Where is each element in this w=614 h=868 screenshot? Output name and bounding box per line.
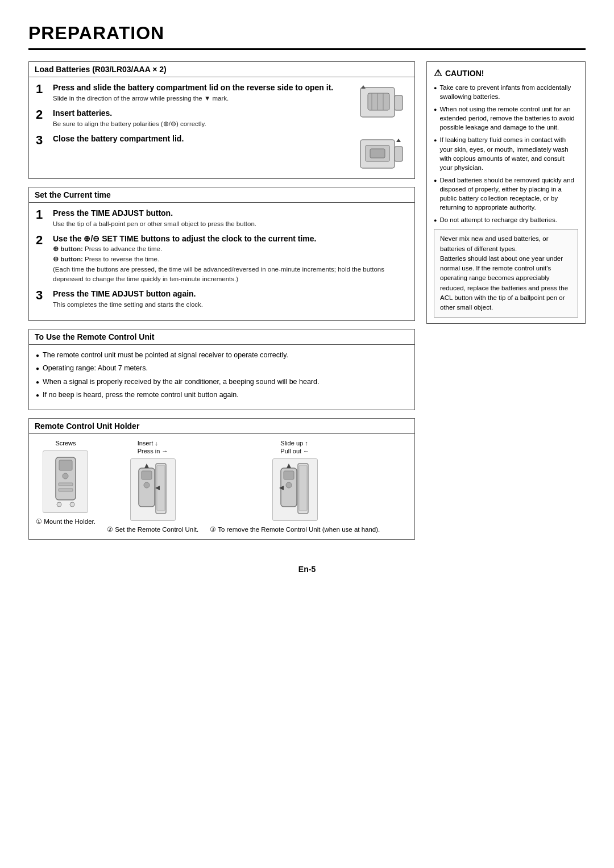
caution-items-list: Take care to prevent infants from accide… <box>434 83 578 224</box>
holder-step-2-label: ② Set the Remote Control Unit. <box>107 525 198 533</box>
set-time-step-2-body: Use the ⊕/⊖ SET TIME buttons to adjust t… <box>53 234 408 283</box>
set-time-step-1: 1 Press the TIME ADJUST button. Use the … <box>36 208 408 228</box>
use-remote-header: To Use the Remote Control Unit <box>29 329 414 345</box>
svg-marker-6 <box>361 85 366 89</box>
caution-label: CAUTION! <box>445 69 484 78</box>
use-remote-bullets: The remote control unit must be pointed … <box>36 350 408 400</box>
svg-point-14 <box>63 473 68 479</box>
svg-rect-8 <box>395 147 403 161</box>
svg-point-30 <box>286 482 292 488</box>
set-time-step-3-num: 3 <box>36 289 48 302</box>
screws-label: Screws <box>55 440 76 446</box>
load-batteries-step-2: 2 Insert batteries. Be sure to align the… <box>36 108 352 128</box>
holder-img-1 <box>43 450 88 513</box>
battery-note-box: Never mix new and used batteries, or bat… <box>434 229 578 318</box>
svg-rect-22 <box>142 471 152 479</box>
svg-rect-10 <box>370 149 385 158</box>
step-2-bold: Insert batteries. <box>53 108 352 118</box>
load-batteries-content: 1 Press and slide the battery compartmen… <box>29 77 414 178</box>
set-time-step-3-body: Press the TIME ADJUST button again. This… <box>53 289 408 309</box>
load-batteries-header: Load Batteries (R03/LR03/AAA × 2) <box>29 62 414 77</box>
holder-img-group-3: Slide up ↑ Pull out ← <box>210 440 380 533</box>
svg-rect-13 <box>59 460 72 470</box>
holder-img3-line1: Slide up ↑ <box>280 440 309 446</box>
caution-item-5: Do not attempt to recharge dry batteries… <box>434 215 578 224</box>
step-2-note: Be sure to align the battery polarities … <box>53 119 352 128</box>
caution-box: ⚠ CAUTION! Take care to prevent infants … <box>426 61 586 324</box>
set-time-step-2-sub-3: (Each time the buttons are pressed, the … <box>53 265 408 283</box>
holder-img-2 <box>130 458 176 521</box>
caution-item-2: When not using the remote control unit f… <box>434 105 578 132</box>
set-time-step-2-sub-1: ⊕ button: Press to advance the time. <box>53 244 408 253</box>
set-time-step-3-bold: Press the TIME ADJUST button again. <box>53 289 408 298</box>
set-time-step-1-note: Use the tip of a ball-point pen or other… <box>53 219 408 228</box>
holder-step-1-label: ① Mount the Holder. <box>36 518 96 525</box>
set-time-step-2-bold: Use the ⊕/⊖ SET TIME buttons to adjust t… <box>53 234 408 243</box>
set-time-step-1-num: 1 <box>36 208 48 221</box>
remote-holder-header: Remote Control Unit Holder <box>29 419 414 434</box>
use-remote-bullet-3: When a signal is properly received by th… <box>36 377 408 387</box>
set-time-step-2-num: 2 <box>36 234 48 247</box>
svg-point-18 <box>70 502 74 507</box>
load-batteries-section: Load Batteries (R03/LR03/AAA × 2) 1 Pres… <box>28 61 415 179</box>
set-time-header: Set the Current time <box>29 187 414 203</box>
use-remote-bullet-4: If no beep is heard, press the remote co… <box>36 390 408 400</box>
set-time-step-1-body: Press the TIME ADJUST button. Use the ti… <box>53 208 408 228</box>
step-3-body: Close the battery compartment lid. <box>53 134 352 144</box>
svg-rect-16 <box>59 489 73 491</box>
set-time-step-3-note: This completes the time setting and star… <box>53 300 408 309</box>
svg-rect-1 <box>395 95 403 110</box>
step-3-bold: Close the battery compartment lid. <box>53 134 352 143</box>
step-2-num: 2 <box>36 108 48 121</box>
caution-item-4: Dead batteries should be removed quickly… <box>434 176 578 212</box>
svg-marker-11 <box>396 139 401 142</box>
svg-marker-24 <box>144 464 149 468</box>
right-col-inner: ⚠ CAUTION! Take care to prevent infants … <box>426 61 586 332</box>
holder-images-row: Screws ① <box>29 434 414 539</box>
left-column: Load Batteries (R03/LR03/AAA × 2) 1 Pres… <box>28 61 415 548</box>
step-1-num: 1 <box>36 83 48 95</box>
caution-title: ⚠ CAUTION! <box>434 68 578 78</box>
step-3-num: 3 <box>36 134 48 147</box>
holder-img-group-2: Insert ↓ Press in → <box>107 440 198 533</box>
page-number: En-5 <box>28 565 586 574</box>
battery-img-1 <box>358 83 408 122</box>
svg-rect-29 <box>284 471 294 479</box>
set-time-step-1-bold: Press the TIME ADJUST button. <box>53 208 408 218</box>
use-remote-bullet-2: Operating range: About 7 meters. <box>36 364 408 374</box>
step-1-note: Slide in the direction of the arrow whil… <box>53 94 352 103</box>
step-1-body: Press and slide the battery compartment … <box>53 83 352 103</box>
step-2-body: Insert batteries. Be sure to align the b… <box>53 108 352 128</box>
page-title: PREPARATION <box>28 23 586 50</box>
set-time-step-2-sub-2: ⊖ button: Press to reverse the time. <box>53 254 408 264</box>
use-remote-section: To Use the Remote Control Unit The remot… <box>28 329 415 410</box>
load-batteries-step-1: 1 Press and slide the battery compartmen… <box>36 83 352 103</box>
svg-point-17 <box>57 502 61 507</box>
remote-holder-section: Remote Control Unit Holder Screws <box>28 418 415 540</box>
set-time-step-2: 2 Use the ⊕/⊖ SET TIME buttons to adjust… <box>36 234 408 283</box>
caution-item-1: Take care to prevent infants from accide… <box>434 83 578 101</box>
battery-note-text: Never mix new and used batteries, or bat… <box>440 234 572 312</box>
set-time-step-3: 3 Press the TIME ADJUST button again. Th… <box>36 289 408 309</box>
svg-point-23 <box>144 482 150 488</box>
use-remote-content: The remote control unit must be pointed … <box>29 345 414 410</box>
right-column: ⚠ CAUTION! Take care to prevent infants … <box>426 61 586 548</box>
use-remote-bullet-1: The remote control unit must be pointed … <box>36 350 408 361</box>
step-1-bold: Press and slide the battery compartment … <box>53 83 352 92</box>
svg-rect-27 <box>299 465 307 511</box>
holder-img-3 <box>272 458 318 521</box>
svg-marker-31 <box>287 464 291 468</box>
holder-img2-line2: Press in → <box>138 448 168 454</box>
svg-rect-15 <box>59 483 73 486</box>
holder-img3-line2: Pull out ← <box>280 448 309 454</box>
holder-step-3-label: ③ To remove the Remote Control Unit (whe… <box>210 525 380 533</box>
load-batteries-step-3: 3 Close the battery compartment lid. <box>36 134 352 147</box>
holder-img-group-1: Screws ① <box>36 440 96 525</box>
svg-rect-2 <box>368 93 389 110</box>
caution-item-3: If leaking battery fluid comes in contac… <box>434 135 578 172</box>
set-time-section: Set the Current time 1 Press the TIME AD… <box>28 187 415 321</box>
holder-img2-line1: Insert ↓ <box>138 440 168 446</box>
set-time-content: 1 Press the TIME ADJUST button. Use the … <box>29 203 414 320</box>
warning-icon: ⚠ <box>434 68 442 78</box>
